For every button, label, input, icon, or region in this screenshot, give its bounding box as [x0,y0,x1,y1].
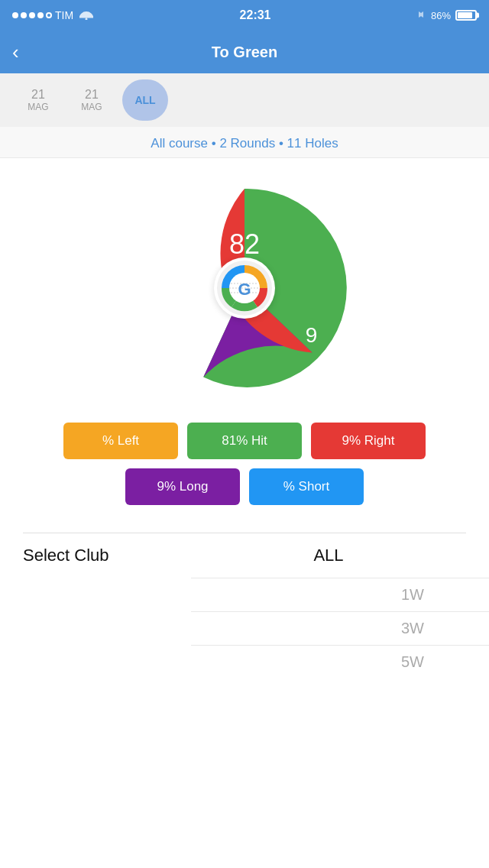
legend-row-1: % Left 81% Hit 9% Right [63,423,426,459]
legend-long[interactable]: 9% Long [125,468,240,505]
date-mon-1: MAG [28,102,48,112]
date-filter-bar: 21 MAG 21 MAG ALL [0,73,489,127]
pie-label-82: 82 [229,228,260,261]
select-club-header: Select Club ALL [23,533,466,578]
center-logo: G [214,257,275,319]
date-all-button[interactable]: ALL [122,79,168,121]
dot4 [37,12,44,18]
battery-fill [458,12,472,18]
legend-short[interactable]: % Short [249,468,364,505]
legend-area: % Left 81% Hit 9% Right 9% Long % Short [0,410,489,517]
wifi-icon [79,9,93,22]
date-mon-2: MAG [81,102,102,112]
date-item-2[interactable]: 21 MAG [69,79,115,121]
summary-text: All course • 2 Rounds • 11 Holes [151,136,338,151]
legend-hit[interactable]: 81% Hit [187,423,302,459]
pie-label-9-purple: 9 [202,328,215,352]
chart-area: G 82 9 9 [0,158,489,410]
legend-row-2: 9% Long % Short [125,468,364,505]
dot2 [21,12,27,18]
select-club-label: Select Club [23,546,191,565]
select-club-value[interactable]: ALL [191,546,466,565]
date-num-1: 21 [31,88,45,102]
status-time: 22:31 [240,8,271,22]
date-num-2: 21 [85,88,99,102]
page-title: To Green [212,44,277,61]
status-bar: TIM 22:31 86% [0,0,489,31]
carrier-label: TIM [55,9,73,21]
dot1 [12,12,18,18]
back-button[interactable]: ‹ [12,40,19,64]
summary-bar: All course • 2 Rounds • 11 Holes [0,127,489,158]
golf-logo-svg: G [215,259,274,317]
nav-bar: ‹ To Green [0,31,489,73]
club-item-1w[interactable]: 1W [191,578,489,611]
signal-dots [12,12,52,18]
svg-text:G: G [238,280,251,299]
pie-label-9-red: 9 [306,323,318,348]
legend-left[interactable]: % Left [63,423,178,459]
status-right: 86% [417,8,477,23]
bluetooth-icon [417,8,426,23]
date-item-1[interactable]: 21 MAG [15,79,61,121]
legend-right[interactable]: 9% Right [311,423,426,459]
pie-chart: G 82 9 9 [138,181,351,395]
dot5 [46,12,52,18]
club-item-3w[interactable]: 3W [191,611,489,645]
battery-percent: 86% [431,10,451,21]
dot3 [29,12,35,18]
battery-icon [455,10,477,21]
club-list: 1W 3W 5W [191,578,489,679]
club-item-5w[interactable]: 5W [191,645,489,679]
status-left: TIM [12,9,93,22]
select-club-area: Select Club ALL 1W 3W 5W [0,517,489,679]
